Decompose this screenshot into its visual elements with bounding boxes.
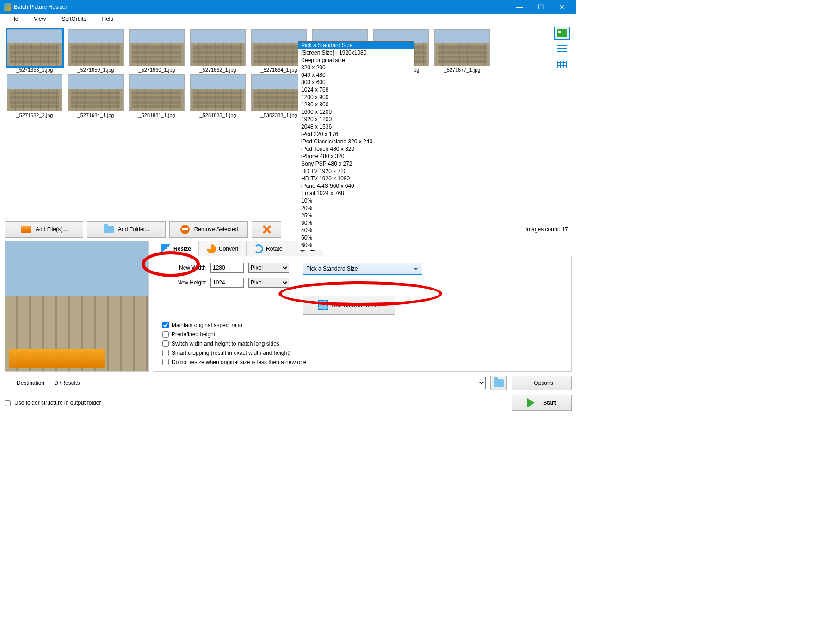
height-unit-select[interactable]: Pixel xyxy=(248,278,289,288)
switch-dimensions-label: Switch width and height to match long si… xyxy=(172,340,279,347)
standard-size-option[interactable]: 800 x 600 xyxy=(298,79,414,86)
remove-selected-button[interactable]: Remove Selected xyxy=(169,221,248,238)
standard-size-option[interactable]: Pick a Standard Size xyxy=(298,42,414,49)
standard-size-option[interactable]: 1280 x 800 xyxy=(298,101,414,108)
standard-size-option[interactable]: HD TV 1920 x 720 xyxy=(298,167,414,175)
tab-resize[interactable]: Resize xyxy=(154,241,199,256)
view-details-button[interactable] xyxy=(554,58,570,71)
standard-size-option[interactable]: Sony PSP 480 x 272 xyxy=(298,160,414,167)
standard-size-option[interactable]: [Screen Size] - 1920x1080 xyxy=(298,49,414,56)
thumbnail-grid[interactable]: _5271658_1.jpg_5271659_1.jpg_5271660_1.j… xyxy=(3,27,551,218)
thumbnail-image xyxy=(68,74,124,111)
no-enlarge-checkbox[interactable] xyxy=(162,359,169,365)
thumbnail-filename: _5271684_1.jpg xyxy=(66,112,125,118)
standard-size-dropdown[interactable]: Pick a Standard Size xyxy=(303,263,422,275)
new-height-label: New Height xyxy=(162,279,206,286)
no-enlarge-label: Do not resize when original size is less… xyxy=(172,359,307,365)
thumbnail-image xyxy=(7,29,62,66)
thumbnail-filename: _5271662_1.jpg xyxy=(188,67,247,73)
list-icon xyxy=(557,45,567,53)
smart-cropping-checkbox[interactable] xyxy=(162,350,169,356)
standard-size-option[interactable]: 1200 x 900 xyxy=(298,93,414,101)
folder-structure-checkbox[interactable] xyxy=(5,400,11,406)
grid-icon xyxy=(557,61,567,68)
menu-view[interactable]: View xyxy=(26,15,53,23)
menu-help[interactable]: Help xyxy=(95,15,121,23)
app-icon xyxy=(4,3,11,11)
tab-convert-label: Convert xyxy=(219,246,238,252)
standard-size-option[interactable]: Email 1024 x 768 xyxy=(298,190,414,197)
width-unit-select[interactable]: Pixel xyxy=(248,263,289,273)
images-count: Images count: 17 xyxy=(525,226,568,233)
new-height-input[interactable] xyxy=(210,278,244,288)
convert-icon xyxy=(207,244,216,253)
thumbnail-filename: _5271677_1.jpg xyxy=(432,67,492,73)
standard-size-option[interactable]: 20% xyxy=(298,204,414,212)
standard-size-option[interactable]: 70% xyxy=(298,249,414,250)
thumbnail-filename: _5271682_2.jpg xyxy=(5,112,64,118)
destination-select[interactable]: D:\Results xyxy=(49,377,486,389)
maximize-button[interactable]: ☐ xyxy=(530,0,551,14)
standard-size-option[interactable]: 320 x 200 xyxy=(298,64,414,71)
use-canvas-resize-button[interactable]: Use Canvas Resize xyxy=(303,296,395,315)
standard-size-option[interactable]: iPhone 480 x 320 xyxy=(298,153,414,160)
maintain-aspect-label: Maintain original aspect ratio xyxy=(172,322,242,328)
standard-size-option[interactable]: iPod Classic/Nano 320 x 240 xyxy=(298,138,414,145)
add-files-button[interactable]: Add File(s)... xyxy=(5,221,83,238)
minimize-button[interactable]: — xyxy=(509,0,530,14)
standard-size-option[interactable]: HD TV 1920 x 1080 xyxy=(298,175,414,182)
switch-dimensions-checkbox[interactable] xyxy=(162,340,169,347)
standard-size-listbox[interactable]: Pick a Standard Size[Screen Size] - 1920… xyxy=(298,41,414,250)
maintain-aspect-checkbox[interactable] xyxy=(162,322,169,328)
tab-resize-label: Resize xyxy=(173,246,191,252)
thumbnail-image xyxy=(7,74,62,111)
close-button[interactable]: ✕ xyxy=(551,0,573,14)
folder-icon xyxy=(104,226,114,233)
standard-size-option[interactable]: 50% xyxy=(298,234,414,241)
standard-size-option[interactable]: 640 x 480 xyxy=(298,71,414,79)
image-icon xyxy=(21,226,31,233)
standard-size-option[interactable]: iPone 4/4S 960 x 640 xyxy=(298,182,414,190)
standard-size-option[interactable]: iPod Touch 480 x 320 xyxy=(298,145,414,153)
start-button[interactable]: Start xyxy=(512,395,572,411)
standard-size-option[interactable]: 30% xyxy=(298,219,414,227)
preview-image xyxy=(5,241,149,372)
menu-softorbits[interactable]: SoftOrbits xyxy=(54,15,93,23)
add-folder-label: Add Folder... xyxy=(118,226,149,233)
menu-bar: File View SoftOrbits Help xyxy=(0,14,576,24)
standard-size-option[interactable]: 60% xyxy=(298,241,414,249)
thumbnail-item[interactable]: _5281881_1.jpg xyxy=(127,74,186,118)
predefined-height-checkbox[interactable] xyxy=(162,331,169,338)
file-toolbar: Add File(s)... Add Folder... Remove Sele… xyxy=(0,221,576,238)
standard-size-option[interactable]: 1600 x 1200 xyxy=(298,108,414,116)
standard-size-option[interactable]: 40% xyxy=(298,227,414,234)
view-list-button[interactable] xyxy=(554,43,570,56)
tab-convert[interactable]: Convert xyxy=(199,241,246,256)
standard-size-option[interactable]: 25% xyxy=(298,212,414,219)
thumbnail-item[interactable]: _5271660_1.jpg xyxy=(127,29,186,73)
options-button[interactable]: Options xyxy=(512,376,572,390)
standard-size-option[interactable]: Keep original size xyxy=(298,56,414,64)
thumbnail-item[interactable]: _5271677_1.jpg xyxy=(432,29,492,73)
tab-rotate[interactable]: Rotate xyxy=(246,241,290,256)
thumbnail-item[interactable]: _5281885_1.jpg xyxy=(188,74,247,118)
standard-size-option[interactable]: 10% xyxy=(298,197,414,204)
standard-size-option[interactable]: 2048 x 1536 xyxy=(298,123,414,130)
new-width-input[interactable] xyxy=(210,263,244,273)
clear-all-button[interactable] xyxy=(252,221,281,238)
menu-file[interactable]: File xyxy=(2,15,25,23)
thumbnail-item[interactable]: _5271658_1.jpg xyxy=(5,29,64,73)
start-label: Start xyxy=(543,400,556,406)
standard-size-option[interactable]: iPod 220 x 176 xyxy=(298,130,414,138)
standard-size-option[interactable]: 1920 x 1200 xyxy=(298,116,414,123)
add-folder-button[interactable]: Add Folder... xyxy=(87,221,166,238)
thumbnail-item[interactable]: _5271682_2.jpg xyxy=(5,74,64,118)
remove-icon xyxy=(180,225,190,234)
view-thumbnails-button[interactable] xyxy=(554,27,570,40)
standard-size-option[interactable]: 1024 x 768 xyxy=(298,86,414,93)
thumbnail-item[interactable]: _5271684_1.jpg xyxy=(66,74,125,118)
thumbnail-item[interactable]: _5271659_1.jpg xyxy=(66,29,125,73)
remove-selected-label: Remove Selected xyxy=(194,226,238,233)
thumbnail-item[interactable]: _5271662_1.jpg xyxy=(188,29,247,73)
browse-destination-button[interactable] xyxy=(490,376,507,390)
